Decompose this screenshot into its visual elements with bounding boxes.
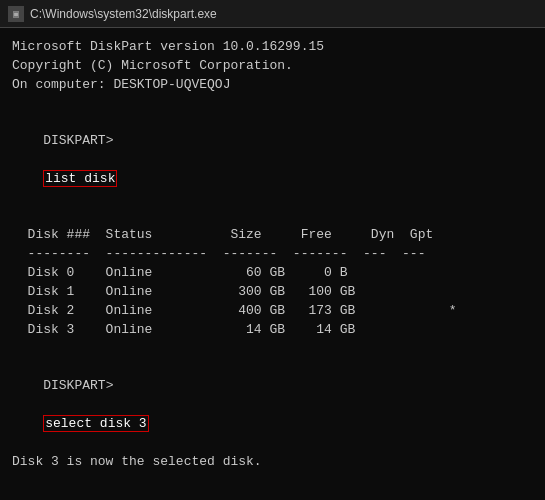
- intro-line-4: On computer: DESKTOP-UQVEQOJ: [12, 76, 533, 95]
- table-header: Disk ### Status Size Free Dyn Gpt: [12, 226, 533, 245]
- cmd2-text: select disk 3: [43, 415, 148, 432]
- console-window: Microsoft DiskPart version 10.0.16299.15…: [0, 28, 545, 500]
- intro-line-3: Copyright (C) Microsoft Corporation.: [12, 57, 533, 76]
- table-row-3: Disk 3 Online 14 GB 14 GB: [12, 321, 533, 340]
- title-bar: ▣ C:\Windows\system32\diskpart.exe: [0, 0, 545, 28]
- table-blank: [12, 208, 533, 227]
- table-end-blank: [12, 340, 533, 359]
- table-divider: -------- ------------- ------- ------- -…: [12, 245, 533, 264]
- prompt-1: DISKPART>: [43, 133, 113, 148]
- prompt-2: DISKPART>: [43, 378, 113, 393]
- cmd1-text: list disk: [43, 170, 117, 187]
- cmd2-line: DISKPART> select disk 3: [12, 358, 533, 452]
- intro-line-1: Microsoft DiskPart version 10.0.16299.15: [12, 38, 533, 57]
- cmd3-line: DISKPART> clean: [12, 490, 533, 500]
- window-icon: ▣: [8, 6, 24, 22]
- select-blank: [12, 471, 533, 490]
- select-result: Disk 3 is now the selected disk.: [12, 453, 533, 472]
- title-bar-text: C:\Windows\system32\diskpart.exe: [30, 7, 217, 21]
- table-row-1: Disk 1 Online 300 GB 100 GB: [12, 283, 533, 302]
- intro-blank: [12, 95, 533, 114]
- icon-glyph: ▣: [13, 8, 19, 20]
- table-row-2: Disk 2 Online 400 GB 173 GB *: [12, 302, 533, 321]
- table-row-0: Disk 0 Online 60 GB 0 B: [12, 264, 533, 283]
- cmd1-line: DISKPART> list disk: [12, 113, 533, 207]
